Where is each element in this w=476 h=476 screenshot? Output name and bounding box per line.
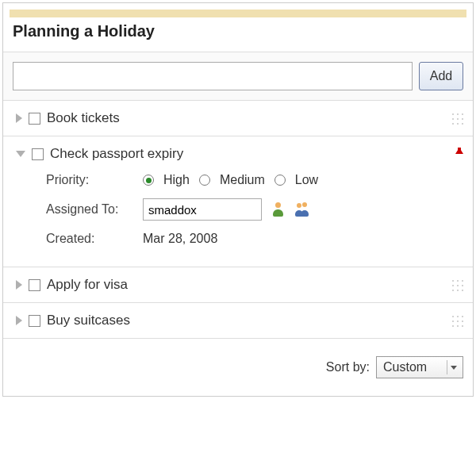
expand-icon[interactable] — [16, 280, 22, 290]
chevron-down-icon — [447, 360, 459, 374]
footer: Sort by: Custom — [3, 339, 473, 396]
task-details: Priority: High Medium Low Assigned To: C… — [46, 173, 465, 246]
task-label: Book tickets — [47, 110, 120, 126]
task-label: Buy suitcases — [47, 313, 130, 328]
drag-handle-icon[interactable] — [451, 314, 465, 328]
add-button[interactable]: Add — [419, 62, 463, 90]
header-accent — [10, 10, 466, 17]
add-row: Add — [3, 52, 473, 101]
priority-label: Priority: — [46, 173, 133, 187]
task-row: Check passport expiry Priority: High Med… — [3, 136, 473, 267]
priority-low-label: Low — [295, 173, 318, 187]
created-label: Created: — [46, 232, 133, 246]
drag-handle-icon[interactable] — [451, 112, 465, 126]
person-icon[interactable] — [271, 202, 286, 217]
priority-medium-radio[interactable] — [199, 175, 210, 186]
drag-handle-icon[interactable] — [451, 278, 465, 293]
task-checkbox[interactable] — [29, 113, 40, 125]
assigned-to-input[interactable] — [143, 198, 262, 221]
task-row: Book tickets — [3, 101, 473, 136]
task-row: Buy suitcases — [3, 303, 473, 339]
priority-high-radio[interactable] — [143, 175, 154, 186]
priority-high-icon — [455, 148, 463, 154]
task-label: Apply for visa — [47, 277, 128, 293]
task-checkbox[interactable] — [29, 279, 40, 291]
priority-radio-group: High Medium Low — [143, 173, 318, 187]
priority-high-label: High — [163, 173, 190, 187]
sort-select[interactable]: Custom — [376, 356, 463, 378]
collapse-icon[interactable] — [16, 151, 25, 157]
sort-by-label: Sort by: — [326, 360, 370, 374]
expand-icon[interactable] — [16, 316, 22, 325]
assigned-label: Assigned To: — [46, 202, 133, 217]
task-checkbox[interactable] — [32, 148, 44, 160]
priority-low-radio[interactable] — [274, 175, 286, 186]
task-panel: Planning a Holiday Add Book tickets Chec… — [2, 2, 474, 397]
sort-value: Custom — [383, 360, 427, 374]
page-title: Planning a Holiday — [3, 19, 473, 52]
group-icon[interactable] — [295, 202, 309, 217]
new-task-input[interactable] — [13, 62, 413, 90]
task-label: Check passport expiry — [50, 146, 183, 162]
task-checkbox[interactable] — [29, 315, 40, 327]
priority-medium-label: Medium — [220, 173, 265, 187]
created-value: Mar 28, 2008 — [143, 232, 217, 246]
task-row: Apply for visa — [3, 267, 473, 303]
expand-icon[interactable] — [16, 113, 22, 123]
